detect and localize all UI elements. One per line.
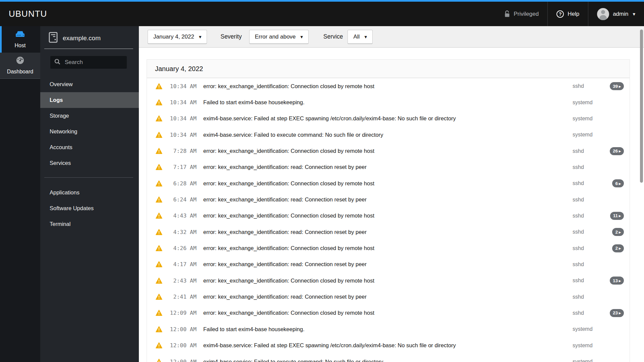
log-time: 6:28 AM: [166, 180, 197, 187]
rail-item-label: Dashboard: [7, 69, 33, 75]
log-row[interactable]: 7:17 AMerror: kex_exchange_identificatio…: [147, 159, 630, 175]
log-rows: 10:34 AMerror: kex_exchange_identificati…: [147, 78, 630, 362]
log-service: sshd: [573, 180, 599, 186]
date-select[interactable]: January 4, 2022: [148, 30, 207, 44]
occurrence-count: 23: [613, 310, 618, 315]
log-time: 12:00 AM: [166, 342, 197, 349]
warning-icon: [156, 213, 162, 219]
nav-list-secondary: Applications Software Updates Terminal: [40, 185, 139, 232]
service-select[interactable]: All: [347, 30, 372, 44]
log-service: sshd: [573, 278, 599, 284]
service-select-value: All: [353, 34, 360, 40]
search-box[interactable]: [50, 56, 127, 69]
warning-icon: [156, 261, 162, 267]
severity-select-value: Error and above: [255, 34, 296, 40]
search-icon: [54, 59, 60, 66]
occurrence-count: 26: [613, 148, 618, 154]
log-row[interactable]: 2:43 AMerror: kex_exchange_identificatio…: [147, 273, 630, 289]
log-row[interactable]: 4:43 AMerror: kex_exchange_identificatio…: [147, 208, 630, 224]
sidebar-item-logs[interactable]: Logs: [40, 92, 139, 108]
sidebar-item-storage[interactable]: Storage: [40, 108, 139, 124]
occurrence-count-badge[interactable]: 2: [612, 228, 624, 236]
warning-icon: [156, 99, 162, 106]
sidebar-item-accounts[interactable]: Accounts: [40, 139, 139, 155]
help-label: Help: [568, 11, 579, 17]
caret-right-icon: [619, 246, 621, 251]
log-service: sshd: [573, 148, 599, 154]
log-row[interactable]: 12:09 AMerror: kex_exchange_identificati…: [147, 305, 630, 321]
log-message: error: kex_exchange_identification: read…: [203, 164, 573, 170]
search-input[interactable]: [64, 59, 118, 66]
warning-icon: [156, 196, 162, 203]
log-row[interactable]: 10:34 AMexim4-base.service: Failed at st…: [147, 111, 630, 127]
log-row[interactable]: 2:41 AMerror: kex_exchange_identificatio…: [147, 289, 630, 305]
log-row[interactable]: 4:32 AMerror: kex_exchange_identificatio…: [147, 224, 630, 240]
filters-toolbar: January 4, 2022 Severity Error and above…: [139, 26, 644, 48]
log-row[interactable]: 12:00 AMexim4-base.service: Failed at st…: [147, 338, 630, 354]
occurrence-count-badge[interactable]: 39: [610, 82, 624, 90]
warning-icon: [156, 148, 162, 154]
occurrence-count-badge[interactable]: 6: [612, 179, 624, 187]
log-message: exim4-base.service: Failed at step EXEC …: [203, 342, 573, 349]
log-time: 7:28 AM: [166, 148, 197, 154]
occurrence-count-badge[interactable]: 2: [612, 244, 624, 252]
log-row[interactable]: 4:17 AMerror: kex_exchange_identificatio…: [147, 256, 630, 273]
sidebar-item-software-updates[interactable]: Software Updates: [40, 200, 139, 216]
log-message: error: kex_exchange_identification: Conn…: [203, 180, 573, 187]
sidebar-item-overview[interactable]: Overview: [40, 76, 139, 92]
log-time: 10:34 AM: [166, 132, 197, 138]
log-service: sshd: [573, 164, 599, 170]
log-row[interactable]: 6:24 AMerror: kex_exchange_identificatio…: [147, 191, 630, 207]
service-label: Service: [323, 33, 343, 40]
severity-select[interactable]: Error and above: [249, 30, 309, 44]
rail-item-host[interactable]: Host: [0, 26, 40, 53]
help-menu[interactable]: Help: [548, 2, 588, 26]
log-row[interactable]: 4:26 AMerror: kex_exchange_identificatio…: [147, 240, 630, 256]
log-row[interactable]: 12:00 AMFailed to start exim4-base house…: [147, 321, 630, 337]
log-service: sshd: [573, 83, 599, 89]
rail-nav: Host Dashboard: [0, 26, 40, 362]
occurrence-count: 11: [613, 213, 618, 218]
log-time: 12:00 AM: [166, 359, 197, 362]
privileged-indicator[interactable]: Privileged: [495, 2, 548, 26]
log-row[interactable]: 6:28 AMerror: kex_exchange_identificatio…: [147, 175, 630, 191]
warning-icon: [156, 359, 162, 362]
log-badge-cell: 2: [599, 228, 630, 236]
occurrence-count: 13: [613, 278, 618, 283]
warning-icon: [156, 326, 162, 333]
log-message: exim4-base.service: Failed to execute co…: [203, 132, 573, 138]
log-time: 4:43 AM: [166, 213, 197, 219]
host-switcher[interactable]: example.com: [40, 26, 139, 49]
sidebar-item-networking[interactable]: Networking: [40, 124, 139, 139]
log-row[interactable]: 10:34 AMFailed to start exim4-base house…: [147, 94, 630, 110]
log-badge-cell: 11: [599, 212, 630, 220]
occurrence-count-badge[interactable]: 26: [610, 147, 624, 155]
user-menu[interactable]: admin: [588, 2, 644, 26]
log-row[interactable]: 10:34 AMerror: kex_exchange_identificati…: [147, 78, 630, 94]
server-icon: [15, 30, 25, 40]
log-service: sshd: [573, 310, 599, 316]
log-time: 6:24 AM: [166, 196, 197, 203]
log-service: sshd: [573, 294, 599, 300]
server-tower-icon: [49, 32, 58, 45]
sidebar-nav: example.com Overview Logs Storage Networ…: [40, 26, 139, 362]
log-message: error: kex_exchange_identification: Conn…: [203, 310, 573, 316]
rail-item-dashboard[interactable]: Dashboard: [0, 53, 40, 79]
sidebar-item-terminal[interactable]: Terminal: [40, 216, 139, 232]
occurrence-count-badge[interactable]: 11: [610, 212, 624, 220]
caret-right-icon: [619, 230, 621, 235]
log-row[interactable]: 7:28 AMerror: kex_exchange_identificatio…: [147, 143, 630, 159]
warning-icon: [156, 229, 162, 235]
vertical-scrollbar[interactable]: [640, 29, 643, 183]
log-time: 10:34 AM: [166, 115, 197, 122]
sidebar-item-applications[interactable]: Applications: [40, 185, 139, 200]
occurrence-count-badge[interactable]: 13: [610, 277, 624, 285]
warning-icon: [156, 245, 162, 251]
log-time: 12:09 AM: [166, 310, 197, 316]
log-row[interactable]: 10:34 AMexim4-base.service: Failed to ex…: [147, 127, 630, 143]
user-label: admin: [613, 11, 628, 17]
occurrence-count-badge[interactable]: 23: [610, 309, 624, 317]
caret-right-icon: [619, 310, 621, 315]
log-row[interactable]: 12:00 AMexim4-base.service: Failed to ex…: [147, 354, 630, 362]
sidebar-item-services[interactable]: Services: [40, 155, 139, 171]
